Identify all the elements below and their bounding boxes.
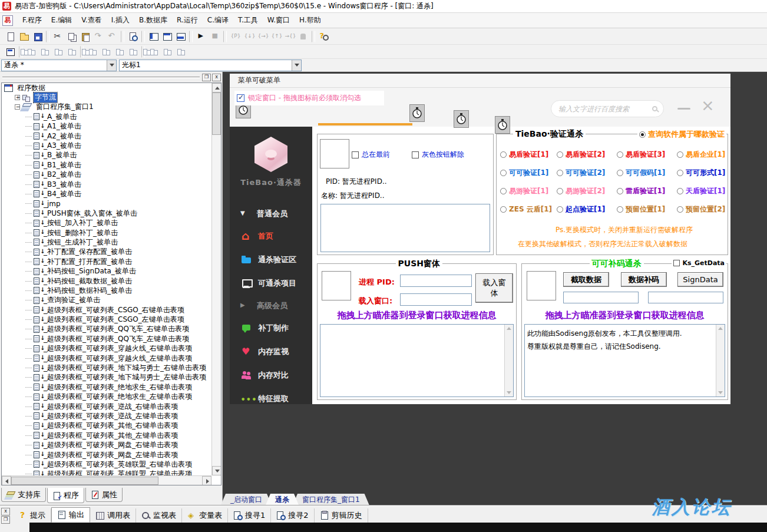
menu-item[interactable]: V.查看: [77, 14, 106, 26]
step-into-icon[interactable]: [242, 30, 256, 43]
pause-hand-icon[interactable]: [296, 30, 310, 43]
tree-root[interactable]: 程序数据: [2, 83, 211, 92]
output-tab[interactable]: 调用表: [90, 508, 136, 523]
scroll-up-icon[interactable]: [212, 83, 221, 92]
scroll-right-icon[interactable]: [202, 476, 211, 485]
tree-item-event-sub[interactable]: _B4_被单击: [2, 189, 211, 199]
a9-icon[interactable]: [147, 45, 160, 58]
save-icon[interactable]: [31, 30, 44, 43]
expand-icon[interactable]: [15, 95, 20, 100]
ks-getdata-checkbox[interactable]: Ks_GetData: [672, 259, 726, 267]
radio-icon[interactable]: [500, 151, 507, 158]
menu-item[interactable]: E.编辑: [47, 14, 77, 26]
baidu-search-box[interactable]: [551, 100, 664, 117]
menu-item[interactable]: W.窗口: [263, 14, 295, 26]
tree-item-event-sub[interactable]: _PUSH窗体_载入窗体_被单击: [2, 209, 211, 218]
tree-item-event-sub[interactable]: _B2_被单击: [2, 170, 211, 180]
a8-icon[interactable]: [126, 45, 140, 58]
tree-item-event-sub[interactable]: _补丁配置_打开配置_被单击: [2, 257, 211, 266]
process-pid-input[interactable]: [400, 275, 472, 287]
verify-mode-radio[interactable]: 易盾企业[1]: [677, 150, 729, 160]
output-tab[interactable]: 搜寻2: [271, 508, 314, 523]
minimize-button[interactable]: [677, 108, 690, 110]
tree-item-event-sub[interactable]: _A3_被单击: [2, 141, 211, 150]
tree-item-event-sub[interactable]: _超级列表框_可破列表_CSGO_左键单击表项: [2, 315, 211, 324]
editor-tab[interactable]: 窗口程序集_窗口1: [293, 494, 369, 505]
verify-mode-radio[interactable]: 起点验证[1]: [557, 204, 617, 214]
tree-item-event-sub[interactable]: _超级列表框_可破列表_绝地求生_右键单击表项: [2, 382, 211, 392]
keke-input-2[interactable]: [648, 292, 723, 303]
form-menu-item[interactable]: 可破菜单: [252, 76, 280, 84]
debug-vars-icon[interactable]: [229, 30, 242, 43]
verify-mode-radio[interactable]: 预留位置[1]: [617, 204, 677, 214]
step-out-icon[interactable]: [269, 30, 283, 43]
topmost-checkbox[interactable]: 总在最前: [352, 150, 390, 160]
radio-selected-icon[interactable]: [639, 131, 646, 138]
a7-icon[interactable]: [113, 45, 126, 58]
sidebar-item[interactable]: 特征提取: [230, 387, 312, 404]
radio-icon[interactable]: [677, 188, 683, 194]
load-window-input[interactable]: [400, 293, 472, 306]
menu-item[interactable]: F.程序: [18, 14, 47, 26]
output-tab[interactable]: 变量表: [182, 508, 228, 523]
run-icon[interactable]: [194, 30, 208, 43]
a11-icon[interactable]: [174, 45, 187, 58]
radio-icon[interactable]: [617, 206, 623, 213]
verify-mode-radio[interactable]: 易游验证[1]: [500, 186, 557, 196]
radio-icon[interactable]: [557, 188, 563, 194]
scrollbar-thumb[interactable]: [212, 92, 221, 135]
form-designer-icon[interactable]: [4, 45, 17, 58]
a1-icon[interactable]: [24, 45, 38, 58]
scroll-left-icon[interactable]: [2, 476, 11, 485]
timer-component-icon[interactable]: [454, 110, 469, 128]
lock-window-checkbox[interactable]: 锁定窗口 - 拖拽图标前必须取消勾选: [234, 91, 384, 105]
radio-icon[interactable]: [500, 170, 507, 176]
a4-icon[interactable]: [65, 45, 78, 58]
sidebar-item[interactable]: 普通会员: [230, 203, 312, 224]
verify-mode-radio[interactable]: 可可验证[1]: [500, 168, 557, 178]
tree-item-window-group[interactable]: 窗口程序集_窗口1: [2, 103, 211, 112]
a2-icon[interactable]: [38, 45, 51, 58]
form-selector[interactable]: 通杀 *: [1, 60, 117, 71]
verify-mode-radio[interactable]: 可可形式[1]: [677, 168, 729, 178]
tree-item-event-sub[interactable]: _按钮_加入补丁_被单击: [2, 218, 211, 227]
aim-target-box[interactable]: [322, 271, 351, 300]
checkbox-checked-icon[interactable]: [237, 94, 244, 102]
radio-icon[interactable]: [557, 206, 563, 213]
menu-item[interactable]: T.工具: [233, 14, 263, 26]
open-icon[interactable]: [17, 30, 31, 43]
cut-icon[interactable]: [51, 30, 65, 43]
panel-grip[interactable]: [2, 77, 200, 78]
verify-mode-radio[interactable]: 雷盾验证[1]: [617, 186, 677, 196]
tree-item-event-sub[interactable]: _jmp: [2, 199, 211, 209]
tree-item-event-sub[interactable]: _超级列表框_可破列表_穿越火线_右键单击表项: [2, 344, 211, 353]
scroll-down-icon[interactable]: [212, 466, 221, 475]
tree-item-event-sub[interactable]: _B_被单击: [2, 151, 211, 160]
data-patch-button[interactable]: 数据补码: [621, 272, 667, 287]
undo-icon[interactable]: [105, 30, 119, 43]
sidebar-item[interactable]: 内存监视: [230, 340, 312, 364]
radio-icon[interactable]: [677, 206, 683, 213]
tree-item-event-sub[interactable]: _补码按钮_截取数据_被单击: [2, 276, 211, 286]
tree-item-bytestream[interactable]: 字节流: [2, 92, 211, 102]
copy-icon[interactable]: [65, 30, 78, 43]
query-verify-radio[interactable]: 查询软件属于哪款验证: [637, 129, 726, 140]
tree-vertical-scrollbar[interactable]: [211, 83, 221, 475]
checkbox-icon[interactable]: [352, 151, 359, 158]
cursor-selector[interactable]: 光标1: [119, 60, 302, 71]
panel-restore-button[interactable]: ❐: [202, 74, 211, 81]
workspace-tab[interactable]: 程序: [47, 488, 84, 503]
checkbox-icon[interactable]: [673, 260, 680, 266]
verify-mode-radio[interactable]: 可可验证[2]: [557, 168, 617, 178]
layout-left-icon[interactable]: [147, 30, 160, 43]
verify-mode-radio[interactable]: 易盾验证[3]: [617, 150, 677, 160]
verify-mode-radio[interactable]: 预留位置[2]: [677, 204, 729, 214]
a5-icon[interactable]: [85, 45, 99, 58]
output-tab[interactable]: 剪辑历史: [315, 508, 368, 523]
tree-item-event-sub[interactable]: _补丁配置_保存配置_被单击: [2, 247, 211, 257]
a6-icon[interactable]: [99, 45, 113, 58]
tree-item-event-sub[interactable]: _超级列表框_可破列表_地下城与勇士_左键单击表项: [2, 373, 211, 382]
a3-icon[interactable]: [51, 45, 65, 58]
verify-mode-radio[interactable]: 天盾验证[1]: [677, 186, 729, 196]
gray-button-remove-checkbox[interactable]: 灰色按钮解除: [412, 150, 464, 160]
